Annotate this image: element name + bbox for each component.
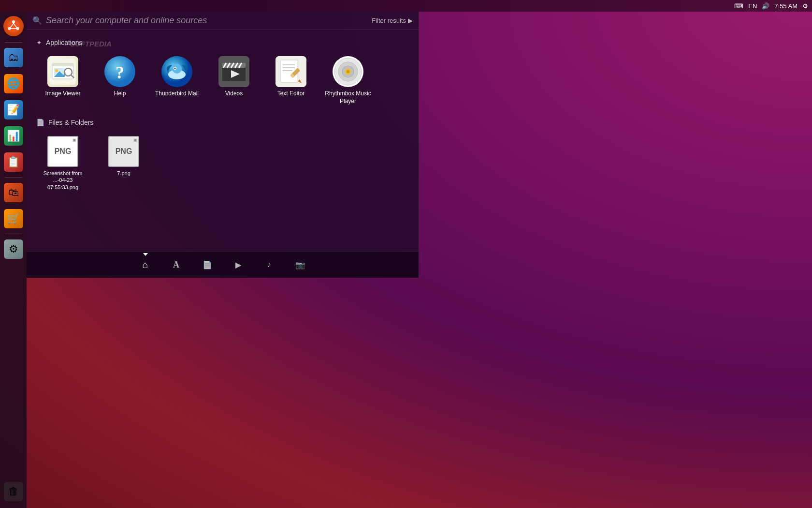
launcher-item-files[interactable]: 🗂 (2, 46, 25, 69)
help-icon: ? (104, 56, 135, 87)
file-tile-seven[interactable]: PNG ▣ 7.png (97, 132, 150, 194)
help-label: Help (114, 90, 126, 98)
search-icon: 🔍 (32, 16, 42, 25)
thunderbird-icon (161, 56, 192, 87)
png-corner-1: ▣ (72, 138, 76, 142)
image-viewer-icon (47, 56, 78, 87)
nav-photos[interactable]: 📷 (290, 254, 311, 275)
files-grid: PNG ▣ Screenshot from...-04-23 07:55:33.… (36, 132, 409, 194)
screenshot-png-icon: PNG ▣ (47, 136, 78, 167)
home-icon: ⌂ (142, 259, 148, 270)
impress-icon: 📋 (4, 152, 23, 172)
nav-music[interactable]: ♪ (259, 254, 280, 275)
app-tile-thunderbird[interactable]: Thunderbird Mail (150, 52, 203, 109)
app-tile-text-editor[interactable]: Text Editor (264, 52, 318, 109)
calc-icon: 📊 (4, 126, 23, 146)
files-section-title: Files & Folders (48, 119, 93, 126)
app-tile-rhythmbox[interactable]: Rhythmbox Music Player (321, 52, 375, 109)
nav-video[interactable]: ▶ (228, 254, 249, 275)
volume-icon[interactable]: 🔊 (762, 2, 769, 10)
files-section-icon: 📄 (36, 119, 44, 126)
seven-png-icon: PNG ▣ (108, 136, 139, 167)
png-corner-2: ▣ (133, 138, 137, 142)
ubuntu-logo (7, 19, 20, 33)
launcher-item-calc[interactable]: 📊 (2, 124, 25, 148)
rhythmbox-icon (333, 56, 363, 87)
launcher-separator-3 (5, 234, 22, 234)
screenshot-file-label: Screenshot from...-04-23 07:55:33.png (41, 170, 85, 191)
search-input[interactable] (46, 15, 368, 26)
photos-nav-icon: 📷 (295, 260, 305, 269)
text-editor-label: Text Editor (277, 90, 305, 98)
applications-grid: Image Viewer ? (36, 52, 409, 109)
active-indicator (143, 253, 148, 256)
filter-results-button[interactable]: Filter results ▶ (372, 17, 413, 24)
dash-window: 🔍 Filter results ▶ SOFTPEDIA ✦ Applicati… (27, 12, 419, 278)
launcher-item-system[interactable]: ⚙ (2, 238, 25, 261)
svg-point-18 (174, 68, 176, 69)
launcher-item-trash[interactable]: 🗑 (2, 480, 25, 503)
svg-point-41 (347, 70, 349, 73)
png-label-1: PNG (55, 147, 72, 156)
system-icon: ⚙ (4, 239, 23, 259)
videos-label: Videos (225, 90, 243, 98)
top-panel: ⌨ EN 🔊 7:55 AM ⚙ (0, 0, 812, 12)
app-tile-videos[interactable]: Videos (207, 52, 261, 109)
filter-results-label: Filter results (372, 17, 406, 24)
launcher-item-amazon[interactable]: 🛒 (2, 207, 25, 230)
files-section-header: 📄 Files & Folders (36, 119, 409, 126)
ubuntu-button[interactable] (2, 15, 25, 38)
seven-file-label: 7.png (117, 170, 130, 177)
keyboard-icon[interactable]: ⌨ (734, 2, 743, 10)
applications-section-icon: ✦ (36, 39, 42, 46)
dash-bottom-bar: ⌂ A 📄 ▶ ♪ 📷 (27, 251, 419, 278)
svg-point-8 (55, 69, 58, 72)
top-panel-right: ⌨ EN 🔊 7:55 AM ⚙ (734, 2, 808, 10)
image-viewer-label: Image Viewer (45, 90, 80, 98)
launcher-item-ubuntu-sw[interactable]: 🛍 (2, 181, 25, 204)
nav-home[interactable]: ⌂ (135, 254, 156, 275)
chevron-right-icon: ▶ (408, 17, 413, 24)
rhythmbox-label: Rhythmbox Music Player (323, 90, 373, 105)
firefox-icon: 🌐 (4, 74, 23, 93)
launcher-item-writer[interactable]: 📝 (2, 98, 25, 121)
svg-rect-6 (52, 63, 73, 66)
videos-icon (218, 56, 249, 87)
applications-section-header: ✦ Applications (36, 39, 409, 46)
launcher-item-firefox[interactable]: 🌐 (2, 72, 25, 95)
svg-point-16 (172, 64, 182, 74)
png-label-2: PNG (116, 147, 132, 156)
applications-section-title: Applications (46, 39, 83, 46)
thunderbird-label: Thunderbird Mail (155, 90, 199, 98)
power-icon[interactable]: ⚙ (802, 2, 808, 10)
nav-applications[interactable]: A (166, 254, 187, 275)
trash-icon: 🗑 (4, 482, 23, 501)
launcher-item-impress[interactable]: 📋 (2, 150, 25, 174)
launcher-separator-1 (5, 42, 22, 43)
files-icon: 🗂 (4, 48, 23, 67)
language-indicator[interactable]: EN (748, 2, 757, 10)
ubuntu-sw-icon: 🛍 (4, 183, 23, 202)
clock: 7:55 AM (774, 2, 798, 10)
files-nav-icon: 📄 (203, 260, 212, 269)
app-tile-image-viewer[interactable]: Image Viewer (36, 52, 89, 109)
amazon-icon: 🛒 (4, 209, 23, 228)
nav-files[interactable]: 📄 (197, 254, 218, 275)
search-bar: 🔍 Filter results ▶ (27, 12, 419, 30)
music-nav-icon: ♪ (267, 260, 271, 269)
svg-text:?: ? (116, 63, 124, 82)
writer-icon: 📝 (4, 100, 23, 120)
launcher-separator-2 (5, 177, 22, 178)
app-tile-help[interactable]: ? Help (93, 52, 146, 109)
video-nav-icon: ▶ (235, 260, 241, 269)
applications-nav-icon: A (173, 260, 179, 270)
file-tile-screenshot[interactable]: PNG ▣ Screenshot from...-04-23 07:55:33.… (36, 132, 89, 194)
text-editor-icon (276, 56, 306, 87)
launcher: 🗂 🌐 📝 📊 📋 🛍 🛒 (0, 12, 27, 508)
dash-content: ✦ Applications (27, 30, 419, 251)
